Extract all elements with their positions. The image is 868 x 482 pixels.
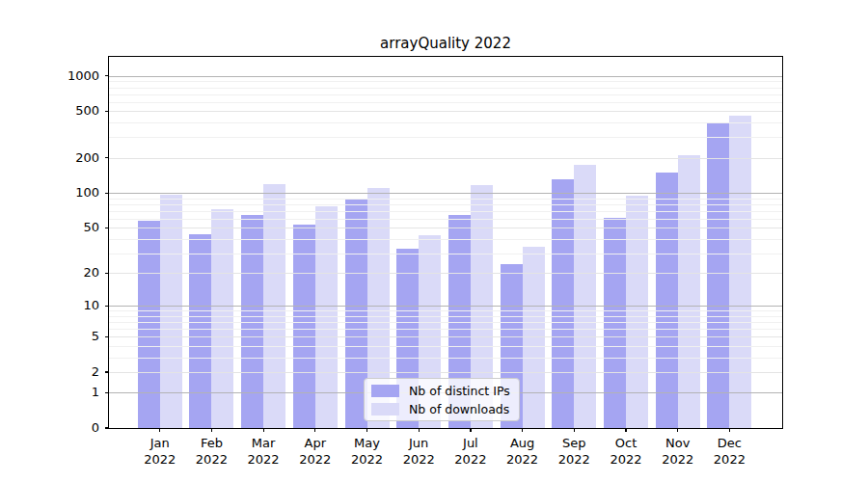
y-tick-label: 1 (0, 385, 99, 400)
y-tick-mark (105, 427, 109, 428)
minor-gridline (109, 81, 782, 82)
decade-gridline (109, 76, 782, 77)
bar (604, 218, 626, 428)
bar (189, 234, 211, 428)
minor-gridline (109, 122, 782, 123)
major-gridline (109, 111, 782, 112)
y-tick-label: 2 (0, 364, 99, 380)
bar (293, 225, 315, 428)
bar (241, 215, 263, 428)
legend-swatch (371, 403, 399, 415)
y-tick-mark (105, 336, 109, 337)
legend-item: Nb of downloads (371, 401, 510, 416)
bar (626, 196, 648, 428)
y-tick-mark (105, 111, 109, 112)
x-tick-mark (366, 428, 367, 432)
x-tick-mark (211, 428, 212, 432)
y-tick-label: 10 (0, 298, 99, 313)
bar (574, 165, 596, 428)
plot-area (109, 57, 782, 428)
y-tick-mark (105, 75, 109, 76)
y-tick-label: 50 (0, 220, 99, 235)
bar (552, 179, 574, 428)
bar (523, 247, 545, 428)
x-tick-mark (522, 428, 523, 432)
x-tick-mark (159, 428, 160, 432)
y-tick-mark (105, 273, 109, 274)
y-tick-label: 500 (0, 103, 99, 119)
bar (729, 116, 751, 428)
minor-gridline (109, 94, 782, 95)
bar (263, 184, 285, 428)
x-tick-mark (729, 428, 730, 432)
minor-gridline (109, 88, 782, 89)
figure: arrayQuality 2022 0125102050100200500100… (0, 0, 868, 482)
y-tick-mark (105, 157, 109, 158)
legend-label: Nb of distinct IPs (409, 384, 510, 398)
legend-item: Nb of distinct IPs (371, 383, 510, 398)
x-tick-label: Dec 2022 (691, 436, 768, 468)
x-tick-mark (419, 428, 420, 432)
minor-gridline (109, 102, 782, 103)
bar (707, 122, 729, 428)
minor-gridline (109, 137, 782, 138)
y-tick-label: 5 (0, 329, 99, 344)
bar (138, 221, 160, 428)
y-tick-label: 200 (0, 150, 99, 166)
x-tick-mark (314, 428, 315, 432)
y-tick-mark (105, 193, 109, 194)
x-tick-mark (470, 428, 471, 432)
legend-swatch (371, 385, 399, 397)
bar (656, 173, 678, 428)
x-tick-mark (677, 428, 678, 432)
x-tick-mark (625, 428, 626, 432)
y-tick-mark (105, 306, 109, 307)
legend-label: Nb of downloads (409, 402, 509, 416)
y-tick-label: 1000 (0, 68, 99, 84)
y-tick-label: 100 (0, 185, 99, 201)
bar (315, 206, 338, 428)
x-tick-mark (263, 428, 264, 432)
bar (160, 195, 182, 428)
chart-title: arrayQuality 2022 (109, 35, 782, 52)
legend: Nb of distinct IPsNb of downloads (364, 378, 520, 421)
y-tick-mark (105, 371, 109, 372)
y-tick-mark (105, 228, 109, 228)
y-tick-mark (105, 392, 109, 393)
bar (211, 209, 233, 429)
x-tick-mark (574, 428, 575, 432)
bar (678, 155, 700, 428)
y-tick-label: 0 (0, 420, 99, 436)
y-tick-label: 20 (0, 265, 99, 281)
